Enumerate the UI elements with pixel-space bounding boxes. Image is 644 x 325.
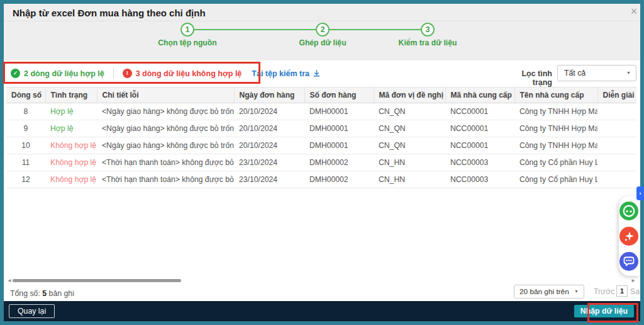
cell-supplier-name: Công ty TNHH Hợp Mai bbox=[514, 120, 597, 137]
step-label-map-data: Ghép dữ liệu bbox=[299, 38, 346, 47]
cell-line: 9 bbox=[6, 120, 45, 137]
cell-supplier-name: Công ty TNHH Hợp Mai bbox=[514, 137, 597, 154]
cell-order-no: DMH00001 bbox=[304, 103, 374, 120]
robot-face-icon bbox=[619, 202, 638, 220]
cell-status: Hợp lệ bbox=[45, 120, 97, 137]
cell-line: 11 bbox=[6, 154, 45, 171]
cell-supplier-code: NCC00001 bbox=[445, 103, 514, 120]
cell-unit-code: CN_HN bbox=[374, 154, 445, 171]
cell-status: Không hợp lệ bbox=[45, 137, 97, 154]
table-row[interactable]: 12Không hợp lệ<Thời hạn thanh toán> khôn… bbox=[6, 171, 636, 188]
pagination-prev[interactable]: Trước bbox=[594, 287, 614, 296]
download-check-file-link[interactable]: Tải tệp kiểm tra bbox=[252, 69, 321, 78]
table-row[interactable]: 10Không hợp lệ<Ngày giao hàng> không đượ… bbox=[6, 137, 636, 154]
valid-check-icon: ✓ bbox=[11, 69, 20, 78]
cell-order-no: DMH00002 bbox=[304, 171, 374, 188]
horizontal-scrollbar-thumb[interactable] bbox=[13, 279, 181, 282]
cell-status: Hợp lệ bbox=[45, 103, 97, 120]
table-row[interactable]: 9Hợp lệ<Ngày giao hàng> không được bỏ tr… bbox=[6, 120, 636, 137]
footer-bar: Quay lại Nhập dữ liệu bbox=[4, 301, 640, 321]
cell-supplier-code: NCC00001 bbox=[445, 137, 514, 154]
sparkle-icon bbox=[619, 227, 638, 246]
cell-description bbox=[597, 154, 636, 171]
support-bot-button[interactable] bbox=[619, 202, 638, 220]
col-description: Diễn giải bbox=[597, 88, 636, 103]
step-label-source-file: Chọn tệp nguồn bbox=[158, 38, 216, 47]
cell-line: 10 bbox=[6, 137, 45, 154]
close-icon[interactable]: × bbox=[628, 5, 640, 18]
modal-title: Nhập từ excel Đơn mua hàng theo chỉ định bbox=[13, 8, 206, 18]
cell-unit-code: CN_QN bbox=[374, 137, 445, 154]
chat-button[interactable] bbox=[619, 252, 638, 271]
cell-order-date: 20/10/2024 bbox=[234, 137, 304, 154]
cell-order-date: 23/10/2024 bbox=[234, 154, 304, 171]
ai-assistant-button[interactable] bbox=[619, 227, 638, 246]
col-line-number: Dòng số bbox=[6, 88, 45, 103]
invalid-rows-text: 3 dòng dữ liệu không hợp lệ bbox=[136, 69, 242, 78]
filter-status-label: Lọc tình trạng bbox=[503, 69, 552, 87]
back-button[interactable]: Quay lại bbox=[9, 304, 55, 318]
collapse-panel-chevron-icon[interactable]: › bbox=[636, 186, 644, 200]
pagination-next[interactable]: Sau bbox=[630, 287, 644, 296]
cell-order-date: 20/10/2024 bbox=[234, 120, 304, 137]
table-header-row: Dòng số Tình trạng Chi tiết lỗi Ngày đơn… bbox=[6, 88, 636, 103]
col-status: Tình trạng bbox=[45, 88, 97, 103]
cell-order-no: DMH00002 bbox=[304, 154, 374, 171]
step-circle-1[interactable]: 1 bbox=[180, 23, 194, 37]
col-order-date: Ngày đơn hàng bbox=[234, 88, 304, 103]
cell-status: Không hợp lệ bbox=[45, 171, 97, 188]
cell-unit-code: CN_HN bbox=[374, 171, 445, 188]
valid-rows-text: 2 dòng dữ liệu hợp lệ bbox=[24, 69, 104, 78]
cell-supplier-name: Công ty Cổ phần Huy Long bbox=[514, 171, 597, 188]
col-unit-code: Mã đơn vị đề nghị mua bbox=[374, 88, 445, 103]
total-prefix: Tổng số: bbox=[10, 289, 40, 298]
cell-error: <Ngày giao hàng> không được bỏ trống; <C… bbox=[97, 137, 234, 154]
invalid-alert-icon: ! bbox=[123, 69, 132, 78]
total-records: Tổng số: 5 bản ghi bbox=[10, 289, 74, 298]
step-circle-2[interactable]: 2 bbox=[316, 23, 330, 37]
chat-bubble-icon bbox=[619, 252, 638, 271]
col-supplier-code: Mã nhà cung cấp bbox=[445, 88, 514, 103]
col-error-detail: Chi tiết lỗi bbox=[97, 88, 234, 103]
filter-status-select[interactable]: Tất cả ▼ bbox=[557, 65, 636, 81]
filter-status-value: Tất cả bbox=[564, 69, 586, 77]
download-link-label: Tải tệp kiểm tra bbox=[252, 69, 309, 78]
step-connector-1 bbox=[194, 29, 316, 30]
cell-error: <Ngày giao hàng> không được bỏ trống; <C… bbox=[97, 120, 234, 137]
cell-unit-code: CN_QN bbox=[374, 120, 445, 137]
summary-divider bbox=[113, 69, 114, 79]
chevron-down-icon: ▼ bbox=[626, 66, 631, 81]
cell-supplier-code: NCC00003 bbox=[445, 171, 514, 188]
cell-description bbox=[597, 103, 636, 120]
step-circle-3[interactable]: 3 bbox=[421, 23, 435, 37]
table-body: 8Hợp lệ<Ngày giao hàng> không được bỏ tr… bbox=[6, 103, 636, 188]
total-count: 5 bbox=[42, 289, 47, 298]
per-page-select[interactable]: 20 bản ghi trên trang ▼ bbox=[514, 285, 584, 299]
cell-order-no: DMH00001 bbox=[304, 120, 374, 137]
import-data-button[interactable]: Nhập dữ liệu bbox=[574, 305, 634, 317]
validation-summary: ✓ 2 dòng dữ liệu hợp lệ ! 3 dòng dữ liệu… bbox=[11, 66, 321, 81]
cell-line: 8 bbox=[6, 103, 45, 120]
download-icon bbox=[313, 69, 321, 77]
cell-error: <Ngày giao hàng> không được bỏ trống; <C… bbox=[97, 103, 234, 120]
cell-order-date: 23/10/2024 bbox=[234, 171, 304, 188]
scroll-left-icon[interactable]: ◄ bbox=[7, 278, 12, 283]
scroll-right-icon[interactable]: ► bbox=[631, 278, 636, 283]
table-row[interactable]: 11Không hợp lệ<Thời hạn thanh toán> khôn… bbox=[6, 154, 636, 171]
cell-line: 12 bbox=[6, 171, 45, 188]
cell-description bbox=[597, 120, 636, 137]
pagination-page-1[interactable]: 1 bbox=[616, 285, 628, 297]
cell-supplier-code: NCC00003 bbox=[445, 154, 514, 171]
step-connector-2 bbox=[330, 29, 421, 30]
cell-order-no: DMH00001 bbox=[304, 137, 374, 154]
chevron-down-icon: ▼ bbox=[574, 285, 579, 298]
col-supplier-name: Tên nhà cung cấp bbox=[514, 88, 597, 103]
cell-description bbox=[597, 137, 636, 154]
cell-supplier-name: Công ty Cổ phần Huy Long bbox=[514, 154, 597, 171]
table-row[interactable]: 8Hợp lệ<Ngày giao hàng> không được bỏ tr… bbox=[6, 103, 636, 120]
validation-table: Dòng số Tình trạng Chi tiết lỗi Ngày đơn… bbox=[6, 87, 636, 188]
step-label-check-data: Kiểm tra dữ liệu bbox=[399, 38, 457, 47]
total-suffix: bản ghi bbox=[49, 289, 74, 298]
cell-supplier-code: NCC00001 bbox=[445, 120, 514, 137]
cell-supplier-name: Công ty TNHH Hợp Mai bbox=[514, 103, 597, 120]
